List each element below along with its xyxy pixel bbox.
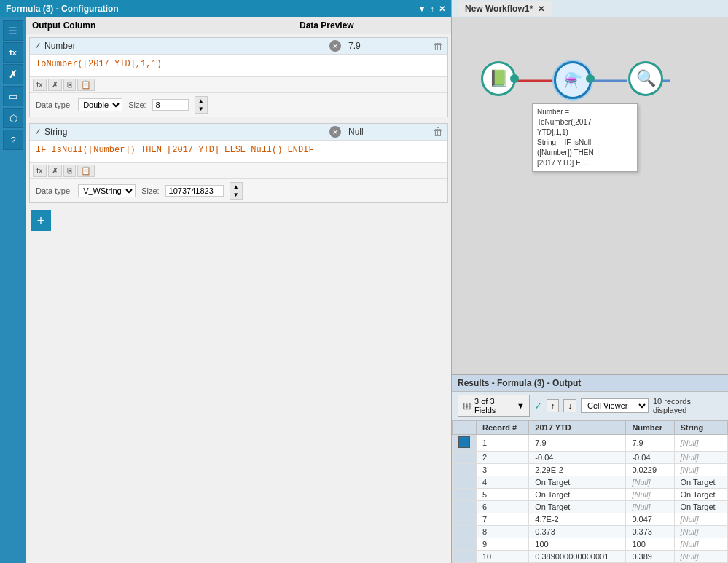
row-selector[interactable] [453, 476, 477, 489]
copy-btn2[interactable]: ⎘ [63, 165, 76, 177]
row-selector[interactable] [453, 501, 477, 513]
undock-button[interactable]: ↑ [431, 4, 435, 14]
sidebar-shape-icon[interactable]: ⬡ [3, 108, 23, 128]
viewer-select[interactable]: Cell Viewer Table Viewer [581, 398, 649, 413]
table-cell: 0.389000000000001 [529, 551, 626, 563]
size-input2[interactable] [165, 185, 224, 197]
col-number: Number [626, 421, 674, 435]
sidebar-field-icon[interactable]: ▭ [3, 86, 23, 106]
field-string-header: ✓ String ✕ Null 🗑 [30, 124, 447, 141]
add-field-button[interactable]: + [31, 210, 51, 231]
x-btn[interactable]: ✗ [48, 79, 62, 91]
results-toolbar: ⊞ 3 of 3 Fields ▼ ✓ ↑ ↓ Cell Viewer Tabl… [452, 392, 728, 420]
field-number-preview: 7.9 [345, 41, 433, 51]
datatype-select2[interactable]: V_WString Double String [78, 184, 136, 197]
field-number-name: Number [44, 41, 329, 51]
table-cell: 100 [626, 538, 674, 551]
node-book[interactable]: 📗 [481, 61, 516, 96]
node-formula[interactable]: ⚗️ Number =ToNumber([2017YTD],1,1)String… [554, 61, 592, 99]
table-cell: [Null] [674, 513, 728, 526]
field-string-footer: Data type: V_WString Double String Size:… [30, 178, 447, 202]
row-selector[interactable] [453, 513, 477, 526]
table-cell: 2 [477, 452, 529, 464]
field-number-delete[interactable]: 🗑 [433, 40, 443, 52]
table-cell: 5 [477, 489, 529, 501]
close-button[interactable]: ✕ [439, 4, 445, 14]
sort-desc-button[interactable]: ↓ [563, 399, 576, 412]
table-cell: 100 [529, 538, 626, 551]
sidebar-help-icon[interactable]: ? [3, 130, 23, 150]
datatype-label: Data type: [36, 101, 72, 109]
table-cell: On Target [529, 501, 626, 513]
size-input[interactable] [152, 99, 189, 111]
field-string-clear[interactable]: ✕ [329, 126, 341, 138]
sidebar-menu-icon[interactable]: ☰ [3, 20, 23, 41]
field-number-formula[interactable]: ToNumber([2017 YTD],1,1) [30, 55, 447, 76]
row-selector[interactable] [453, 538, 477, 551]
tab-bar: New Workflow1* ✕ [452, 0, 728, 17]
columns-header: Output Column Data Preview [26, 17, 451, 34]
field-number-check[interactable]: ✓ [34, 41, 42, 51]
paste-btn[interactable]: 📋 [77, 79, 95, 91]
table-cell: 0.373 [626, 526, 674, 538]
row-selector[interactable] [453, 452, 477, 464]
field-number-header: ✓ Number ✕ 7.9 🗑 [30, 38, 447, 55]
table-cell: 9 [477, 538, 529, 551]
tab-workflow[interactable]: New Workflow1* ✕ [458, 1, 552, 16]
row-selector[interactable] [453, 526, 477, 538]
right-panel: New Workflow1* ✕ 📗 ⚗ [452, 0, 728, 563]
row-selector[interactable] [453, 551, 477, 563]
table-row: 6On Target[Null]On Target [453, 501, 728, 513]
results-title: Results - Formula (3) - Output [458, 378, 581, 388]
x-btn2[interactable]: ✗ [48, 165, 62, 177]
size-label: Size: [128, 101, 146, 109]
spinner-down[interactable]: ▼ [195, 105, 207, 113]
size-spinner2[interactable]: ▲ ▼ [230, 182, 243, 200]
fields-button[interactable]: ⊞ 3 of 3 Fields ▼ [458, 395, 530, 417]
field-number-clear[interactable]: ✕ [329, 40, 341, 52]
datatype-label2: Data type: [36, 186, 72, 195]
tab-close-icon[interactable]: ✕ [538, 4, 544, 13]
row-selector[interactable] [453, 435, 477, 452]
spinner-up2[interactable]: ▲ [230, 183, 242, 191]
table-cell: [Null] [674, 538, 728, 551]
field-string-check[interactable]: ✓ [34, 127, 42, 137]
sort-asc-button[interactable]: ↑ [547, 399, 560, 412]
spinner-up[interactable]: ▲ [195, 97, 207, 105]
table-row: 32.29E-20.0229[Null] [453, 464, 728, 476]
row-selector[interactable] [453, 489, 477, 501]
results-table: Record # 2017 YTD Number String 17.97.9[… [452, 420, 728, 563]
row-selector[interactable] [453, 464, 477, 476]
sidebar-formula-icon[interactable]: fx [3, 42, 23, 63]
col-string: String [674, 421, 728, 435]
fields-label: 3 of 3 Fields [474, 397, 514, 414]
table-cell: On Target [674, 501, 728, 513]
tab-bar-inner: New Workflow1* ✕ [452, 0, 728, 17]
copy-btn[interactable]: ⎘ [63, 79, 76, 91]
paste-btn2[interactable]: 📋 [77, 165, 95, 177]
table-cell: -0.04 [626, 452, 674, 464]
node-browse[interactable]: 🔍 [628, 61, 663, 96]
table-cell: [Null] [674, 452, 728, 464]
pin-button[interactable]: ▼ [418, 4, 426, 14]
table-cell: 0.389 [626, 551, 674, 563]
size-spinner[interactable]: ▲ ▼ [195, 96, 208, 114]
field-string-delete[interactable]: 🗑 [433, 126, 443, 138]
row-select-header [453, 421, 477, 435]
field-string-block: ✓ String ✕ Null 🗑 IF IsNull([Number]) TH… [29, 123, 448, 203]
fx-btn[interactable]: fx [33, 79, 47, 91]
sidebar-x-icon[interactable]: ✗ [3, 64, 23, 84]
fields-chevron: ▼ [517, 401, 525, 410]
field-string-formula[interactable]: IF IsNull([Number]) THEN [2017 YTD] ELSE… [30, 141, 447, 162]
results-panel: Results - Formula (3) - Output ⊞ 3 of 3 … [452, 374, 728, 563]
table-cell: [Null] [626, 476, 674, 489]
formula-area: Output Column Data Preview ✓ Number ✕ 7.… [26, 17, 451, 563]
table-cell: 4 [477, 476, 529, 489]
spinner-down2[interactable]: ▼ [230, 191, 242, 199]
workflow-canvas[interactable]: 📗 ⚗️ Number =ToNumber([2017YTD],1,1)Stri… [452, 17, 728, 374]
sidebar: ☰ fx ✗ ▭ ⬡ ? [0, 17, 26, 563]
datatype-select[interactable]: Double Int32 String [78, 98, 122, 111]
fx-btn2[interactable]: fx [33, 165, 47, 177]
table-cell: [Null] [674, 464, 728, 476]
col-record: Record # [477, 421, 529, 435]
